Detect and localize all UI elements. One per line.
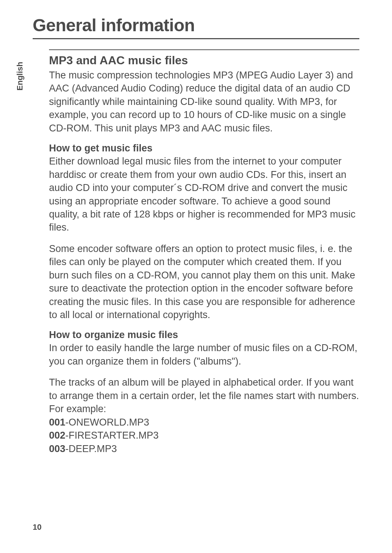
example-num-1: 001 [49,417,65,428]
subsection2-para2: The tracks of an album will be played in… [49,376,359,415]
page-title: General information [33,15,359,35]
subsection-heading-1: How to get music files [49,143,359,154]
section-intro: The music compression technologies MP3 (… [49,69,359,135]
example-line-1: 001-ONEWORLD.MP3 [49,416,359,429]
page-title-container: General information [33,0,359,39]
example-num-3: 003 [49,443,65,454]
subsection2-para1: In order to easily handle the large numb… [49,341,359,368]
language-tab: English [15,62,25,90]
example-rest-2: -FIRESTARTER.MP3 [65,430,159,441]
subsection1-para2: Some encoder software offers an option t… [49,242,359,322]
example-line-2: 002-FIRESTARTER.MP3 [49,429,359,442]
example-num-2: 002 [49,430,65,441]
example-rest-3: -DEEP.MP3 [65,443,117,454]
example-rest-1: -ONEWORLD.MP3 [65,417,149,428]
section-heading: MP3 and AAC music files [49,54,359,67]
subsection1-para1: Either download legal music files from t… [49,155,359,234]
example-line-3: 003-DEEP.MP3 [49,442,359,455]
subsection-heading-2: How to organize music files [49,329,359,341]
page-number: 10 [33,522,41,532]
content-area: MP3 and AAC music files The music compre… [49,49,359,455]
